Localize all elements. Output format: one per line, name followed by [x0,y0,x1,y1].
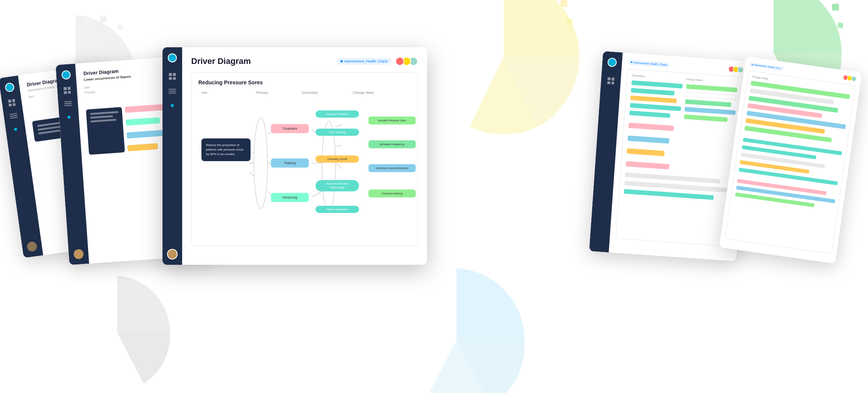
card-5-secondary-bars [738,138,842,185]
change-frequency: Increase Frequency [368,140,416,148]
change-bed: Introduce new bed/reduce [368,164,416,172]
secondary-patient-ed: Patient Education [316,206,359,213]
card-5-avatars [843,75,857,82]
card-5-tag: Improvement, Health, Cha... [749,62,784,71]
svg-line-27 [336,124,342,127]
secondary-surfaces: Support Surfaces [316,110,359,118]
col-aim-header: Aim [201,91,256,95]
card-4-avatars [728,66,744,73]
change-training: Conduct training [368,190,416,197]
primary-treatment: Treatment [271,124,309,133]
card-3-header: Driver Diagram Improvement, Health, Char… [191,56,418,66]
col-change-header: Change Ideas [353,91,402,95]
card-3-sidebar [162,47,182,265]
sidebar-logo-3 [168,53,177,62]
secondary-devices: New Devices and Technology [316,180,359,191]
change-pressure-sore: Include Pressure Sore [368,117,416,124]
card-4-secondary-col [629,81,682,119]
card-3-diagram-title: Reducing Pressure Sores [198,79,411,85]
card-3-diagram-body: Reduce the proportion of patients with p… [198,97,411,237]
card-5-diagram: Change Ideas [725,70,856,254]
card-3-content: Driver Diagram Improvement, Health, Char… [182,47,427,265]
sidebar-logo-2 [61,70,71,80]
secondary-staff: Staff Training [316,129,359,136]
aim-box: Reduce the proportion of patients with p… [201,138,251,161]
card-5-bars [744,81,850,144]
svg-line-29 [336,163,342,169]
svg-point-16 [254,118,268,208]
card-3-col-headers: Aim Primary Secondary Change Ideas [198,91,411,95]
cards-stage: Driver Diagram Distribution of medic... … [0,0,868,393]
card-4-change-header: Change Ideas [686,78,738,84]
card-3-title: Driver Diagram [191,56,251,66]
col-secondary-header: Secondary [302,91,353,95]
card-3-tag: Improvement, Health, Charts [337,58,391,65]
primary-training: Training [271,158,309,168]
sidebar-logo-4 [607,57,617,67]
card-4-tag: Improvement, Health, Charts [628,59,670,67]
col-primary-header: Primary [256,91,302,95]
card-4-diagram-cols [629,81,737,123]
card-5-bottom-bars [735,179,836,210]
secondary-dressing: Dressing Soreti [316,155,359,163]
card-4-change-area2 [624,172,731,193]
card-4-secondary-header: Secondary [632,74,684,81]
sidebar-logo-1 [5,82,15,92]
card-3-avatars [395,57,418,66]
svg-line-26 [312,191,322,197]
card-4-change-col [684,84,737,123]
card-3-main[interactable]: Driver Diagram Improvement, Health, Char… [162,47,427,265]
primary-monitoring: Monitoring [271,193,309,202]
card-4-primary-area [626,123,734,174]
svg-line-20 [249,172,254,176]
card-3-diagram-box: Reducing Pressure Sores Aim Primary Seco… [191,72,418,246]
